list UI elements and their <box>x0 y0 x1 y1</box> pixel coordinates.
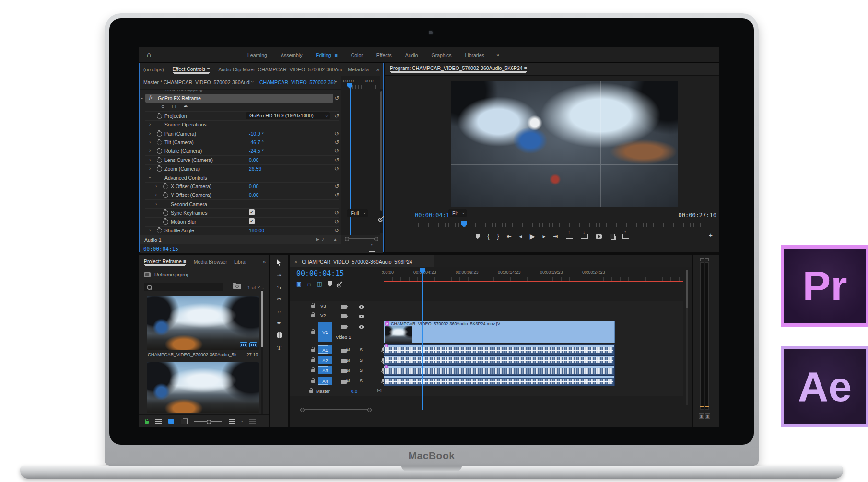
program-scrubber[interactable] <box>415 223 709 227</box>
rect-mask-icon[interactable]: □ <box>172 103 176 110</box>
param-value[interactable]: 180.00 <box>249 228 264 233</box>
export-icon[interactable]: ↑ <box>369 247 375 252</box>
sync-lock-icon[interactable] <box>341 314 347 318</box>
chevron-right-icon[interactable]: › <box>155 184 157 189</box>
timeline-vscrollthumb[interactable] <box>686 270 688 308</box>
mute-button[interactable]: M <box>346 347 350 352</box>
lane-scroll-track[interactable] <box>349 238 375 239</box>
stopwatch-icon[interactable] <box>157 228 162 233</box>
program-timecode[interactable]: 00:00:04:15 <box>415 212 453 218</box>
tab-program[interactable]: Program: CHAMPCAR_VIDEO_570002-360Audio_… <box>390 65 527 72</box>
timeline-zoom-handle-right[interactable] <box>367 408 372 412</box>
param-value[interactable]: 0.00 <box>249 157 258 163</box>
reset-icon[interactable]: ↺ <box>334 183 339 190</box>
reset-icon[interactable]: ↺ <box>334 148 339 154</box>
reset-icon[interactable]: ↺ <box>334 192 339 198</box>
chevron-right-icon[interactable]: › <box>149 228 151 233</box>
tab-source-monitor[interactable]: (no clips) <box>143 67 164 72</box>
project-scrollthumb[interactable] <box>261 291 263 347</box>
timeline-ruler[interactable]: :00:00 00:00:04:23 00:00:09:23 00:00:14:… <box>384 268 683 281</box>
projection-dropdown[interactable]: GoPro HD 16:9 (1920x1080)› <box>246 112 330 119</box>
selection-tool-icon[interactable] <box>276 259 282 266</box>
playback-resolution-dropdown[interactable]: Full› <box>347 209 368 217</box>
tab-editing[interactable]: Editing≡ <box>309 52 344 58</box>
chevron-right-icon[interactable]: › <box>149 148 151 153</box>
pen-tool-icon[interactable]: ✒ <box>277 320 282 326</box>
tab-project[interactable]: Project: Reframe ≡ <box>144 258 186 265</box>
track-target-a4[interactable]: A4 <box>318 377 332 385</box>
track-target-a1[interactable]: A1 <box>318 345 332 354</box>
sync-keyframes-checkbox[interactable]: ✓ <box>249 209 255 215</box>
tab-assembly[interactable]: Assembly <box>274 52 309 58</box>
ripple-edit-tool-icon[interactable]: ⇆ <box>277 284 282 290</box>
thumbnail-zoom-slider[interactable] <box>194 421 222 422</box>
effect-controls-scrollthumb[interactable] <box>380 91 382 211</box>
chevron-right-icon[interactable]: › <box>149 139 151 145</box>
reset-icon[interactable]: ↺ <box>334 157 339 163</box>
stopwatch-icon[interactable] <box>163 184 168 189</box>
tab-graphics[interactable]: Graphics <box>425 52 458 58</box>
param-value[interactable]: -10.9 ° <box>249 131 264 137</box>
export-frame-icon[interactable] <box>596 234 602 239</box>
sort-icon[interactable] <box>229 419 235 424</box>
button-editor-plus-icon[interactable]: + <box>709 231 713 239</box>
bowtie-icon[interactable]: ⋈ <box>377 388 382 393</box>
stopwatch-icon[interactable] <box>157 149 162 154</box>
sync-lock-icon[interactable] <box>341 325 347 329</box>
track-target-a3[interactable]: A3 <box>318 366 332 374</box>
go-to-out-icon[interactable]: ⇥ <box>553 233 558 240</box>
lane-ruler[interactable] <box>341 85 378 89</box>
home-icon[interactable]: ⌂ <box>147 50 151 58</box>
clip-name[interactable]: CHAMPCAR_VIDEO_570002-360Audio_5K.. <box>148 352 236 357</box>
chevron-down-icon[interactable]: › <box>250 81 256 83</box>
play-button-icon[interactable]: ▶ <box>530 232 535 240</box>
sequence-clip-link[interactable]: CHAMPCAR_VIDEO_570002-360Audio_5K6_ <box>259 80 335 85</box>
track-output-eye-icon[interactable] <box>359 315 364 318</box>
chevron-down-icon[interactable]: › <box>240 421 245 422</box>
track-target-a2[interactable]: A2 <box>318 356 332 364</box>
nested-sequence-icon[interactable]: ▣ <box>296 281 301 287</box>
hand-tool-icon[interactable] <box>277 332 282 338</box>
folder-search-icon[interactable] <box>233 284 241 289</box>
tab-learning[interactable]: Learning <box>241 52 274 58</box>
panel-menu-icon[interactable]: ≡ <box>207 66 210 72</box>
track-target-v1[interactable]: V1 <box>318 322 332 342</box>
motion-blur-checkbox[interactable]: ✓ <box>249 218 255 224</box>
project-file-row[interactable]: Reframe.prproj <box>144 271 188 278</box>
timeline-zoom-track[interactable] <box>304 409 369 410</box>
param-value[interactable]: 26.59 <box>249 166 261 172</box>
tab-effects[interactable]: Effects <box>370 52 399 58</box>
tab-libraries[interactable]: Libraries <box>234 259 246 264</box>
solo-right-button[interactable]: S <box>705 413 710 419</box>
stopwatch-icon[interactable] <box>163 193 168 198</box>
sync-lock-icon[interactable] <box>341 305 347 309</box>
add-marker-icon[interactable] <box>328 281 332 287</box>
lift-icon[interactable]: ↑ <box>566 234 573 239</box>
go-to-in-icon[interactable]: ⇤ <box>507 233 512 240</box>
mute-button[interactable]: M <box>346 358 350 363</box>
timeline-timecode[interactable]: 00:00:04:15 <box>296 269 344 278</box>
effect-controls-timecode[interactable]: 00:00:04:15 <box>143 246 178 252</box>
lock-icon[interactable] <box>311 314 315 317</box>
automate-sequence-icon[interactable] <box>249 419 256 424</box>
lock-icon[interactable] <box>311 349 315 352</box>
reset-icon[interactable]: ↺ <box>334 218 339 225</box>
search-input[interactable] <box>144 283 223 291</box>
export-button-icon[interactable]: ↑ <box>622 234 629 239</box>
lock-icon[interactable] <box>311 369 315 372</box>
lock-icon[interactable] <box>309 390 313 393</box>
icon-view-icon[interactable] <box>168 419 174 424</box>
razor-tool-icon[interactable]: ✂ <box>277 296 282 302</box>
track-select-tool-icon[interactable]: ⇥ <box>277 272 282 278</box>
extract-icon[interactable]: ↓ <box>581 234 588 239</box>
chevron-down-icon[interactable]: › <box>147 177 152 178</box>
chevron-right-icon[interactable]: › <box>155 201 157 207</box>
reset-icon[interactable]: ↺ <box>334 113 339 119</box>
param-value[interactable]: -46.7 ° <box>249 139 264 145</box>
snap-magnet-icon[interactable]: ∩ <box>307 280 311 287</box>
project-writable-icon[interactable] <box>145 421 149 424</box>
panel-menu-icon[interactable]: ≡ <box>183 258 186 264</box>
param-value[interactable]: -24.5 ° <box>249 148 264 154</box>
panel-menu-icon[interactable]: ≡ <box>417 259 420 264</box>
collapse-icon[interactable]: ▲ <box>333 237 337 241</box>
